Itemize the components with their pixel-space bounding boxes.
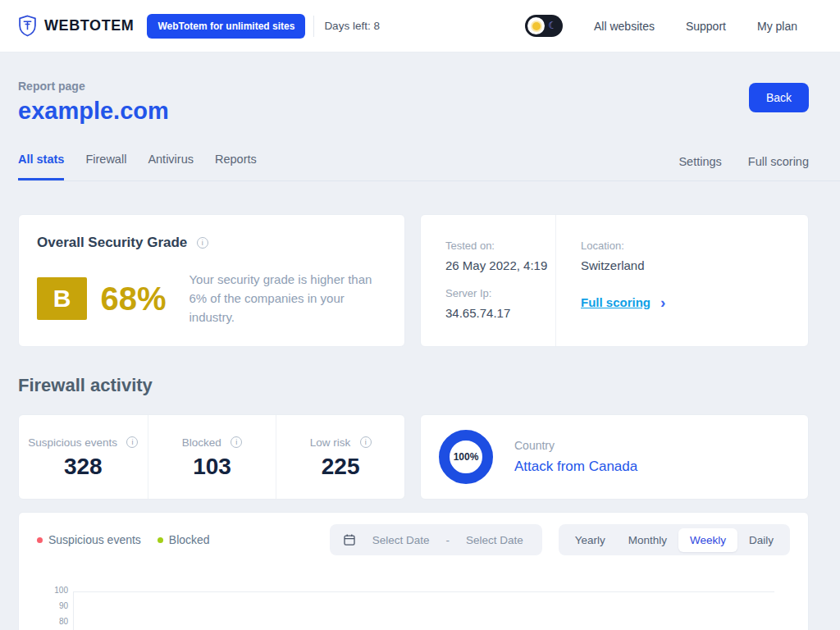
tab-reports[interactable]: Reports	[215, 153, 257, 180]
red-dot-icon	[37, 537, 43, 543]
calendar-icon	[343, 533, 356, 546]
chevron-right-icon: ›	[660, 297, 665, 308]
period-daily[interactable]: Daily	[737, 528, 785, 552]
tab-all-stats[interactable]: All stats	[18, 153, 64, 180]
firewall-activity-heading: Firewall activity	[18, 375, 809, 396]
date-range-picker[interactable]: Select Date - Select Date	[330, 524, 542, 555]
attack-from-country-link[interactable]: Attack from Canada	[514, 459, 637, 475]
period-selector: Yearly Monthly Weekly Daily	[559, 524, 790, 555]
chart-top-gridline	[73, 591, 774, 592]
grade-card-title: Overall Security Grade	[37, 235, 187, 250]
stat-low-risk: Low risk i 225	[276, 415, 404, 499]
green-dot-icon	[158, 537, 163, 543]
grade-description: Your security grade is higher than 6% of…	[189, 271, 386, 326]
tab-antivirus[interactable]: Antivirus	[148, 153, 194, 180]
grade-badge: B	[37, 277, 87, 320]
tested-on-value: 26 May 2022, 4:19	[445, 258, 555, 272]
full-scoring-link[interactable]: Full scoring ›	[581, 295, 808, 309]
y-axis-tick: 80	[37, 617, 68, 626]
location-value: Switzerland	[581, 258, 808, 272]
date-separator: -	[445, 534, 450, 546]
toggle-knob	[527, 17, 545, 34]
stat-value: 225	[322, 454, 360, 480]
country-donut-chart: 100%	[439, 430, 493, 484]
full-scoring-link-text: Full scoring	[581, 295, 651, 309]
stat-label: Low risk	[310, 436, 351, 449]
page-eyebrow: Report page	[18, 80, 169, 93]
grade-percent: 68%	[100, 281, 166, 317]
stat-blocked: Blocked i 103	[148, 415, 276, 499]
period-weekly[interactable]: Weekly	[678, 528, 737, 552]
period-monthly[interactable]: Monthly	[617, 528, 678, 552]
page-title: example.com	[18, 98, 169, 125]
firewall-stats-card: Suspicious events i 328 Blocked i 103 Lo…	[18, 414, 405, 500]
info-icon[interactable]: i	[231, 436, 242, 448]
tested-on-label: Tested on:	[445, 240, 555, 252]
scan-meta-card: Tested on: 26 May 2022, 4:19 Server Ip: …	[420, 214, 809, 347]
period-yearly[interactable]: Yearly	[564, 528, 617, 552]
stat-label: Suspicious events	[28, 436, 117, 449]
brand[interactable]: WEBTOTEM	[18, 15, 134, 37]
info-icon[interactable]: i	[126, 436, 138, 448]
back-button[interactable]: Back	[749, 83, 809, 112]
nav-all-websites[interactable]: All websites	[594, 20, 655, 33]
date-start-placeholder: Select Date	[372, 534, 430, 546]
server-ip-value: 34.65.74.17	[445, 306, 555, 320]
y-axis-tick: 90	[37, 601, 68, 610]
brand-name: WEBTOTEM	[44, 17, 134, 34]
location-label: Location:	[581, 240, 808, 252]
overall-security-grade-card: Overall Security Grade i B 68% Your secu…	[18, 214, 405, 347]
stat-suspicious-events: Suspicious events i 328	[19, 415, 148, 499]
attack-country-card: 100% Country Attack from Canada	[420, 414, 809, 500]
topbar-divider	[313, 16, 314, 37]
legend-suspicious-events: Suspicious events	[37, 533, 141, 546]
firewall-chart-card: Suspicious events Blocked	[18, 512, 809, 630]
chart-legend: Suspicious events Blocked	[37, 533, 210, 546]
tab-settings[interactable]: Settings	[678, 155, 721, 180]
tab-full-scoring[interactable]: Full scoring	[748, 155, 809, 180]
info-icon[interactable]: i	[197, 237, 208, 249]
stat-value: 328	[64, 454, 103, 480]
moon-icon: ☾	[548, 19, 557, 32]
stat-value: 103	[193, 454, 231, 480]
chart-y-axis-line	[73, 591, 74, 630]
firewall-activity-chart: 100 90 80	[37, 575, 790, 630]
donut-percent: 100%	[454, 451, 479, 463]
legend-blocked: Blocked	[158, 533, 210, 546]
y-axis-tick: 100	[37, 586, 68, 595]
server-ip-label: Server Ip:	[445, 287, 555, 299]
nav-my-plan[interactable]: My plan	[757, 20, 797, 33]
stat-label: Blocked	[182, 436, 221, 449]
tabs-row: All stats Firewall Antivirus Reports Set…	[18, 153, 840, 181]
sun-icon	[532, 22, 541, 30]
nav-support[interactable]: Support	[686, 20, 726, 33]
theme-toggle[interactable]: ☾	[525, 15, 563, 37]
webtotem-shield-logo-icon	[18, 15, 37, 37]
hero: Report page example.com Back	[18, 80, 809, 125]
top-bar: WEBTOTEM WebTotem for unlimited sites Da…	[0, 0, 840, 52]
tab-firewall[interactable]: Firewall	[85, 153, 126, 180]
date-end-placeholder: Select Date	[466, 534, 523, 546]
info-icon[interactable]: i	[360, 436, 372, 448]
country-label: Country	[514, 439, 637, 452]
days-left-text: Days left: 8	[324, 20, 380, 32]
unlimited-sites-badge-button[interactable]: WebTotem for unlimited sites	[147, 14, 305, 39]
